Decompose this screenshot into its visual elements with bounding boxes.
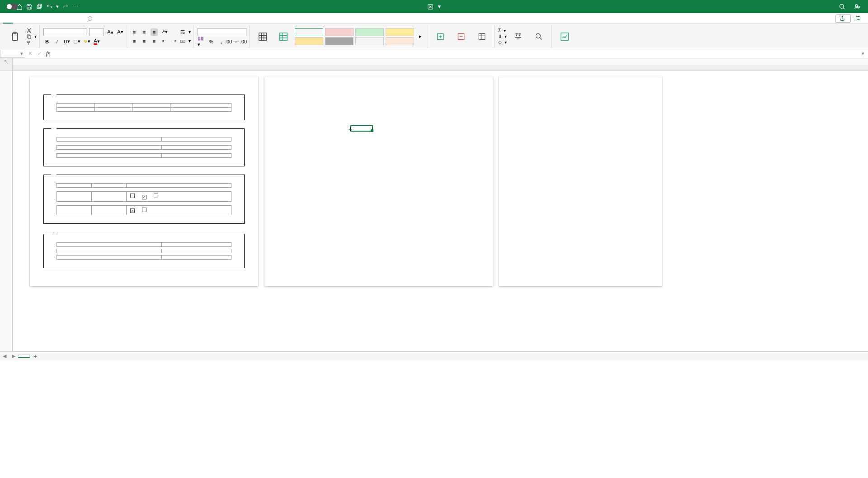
add-data-pane[interactable] (499, 76, 662, 286)
style-check-cell[interactable] (325, 37, 354, 45)
analyse-data-button[interactable] (555, 25, 574, 48)
undo-icon[interactable] (46, 3, 53, 10)
td-burger-extras-0[interactable]: ✓ (127, 192, 231, 202)
percent-icon[interactable]: % (208, 38, 215, 45)
font-color-icon[interactable]: A▾ (93, 38, 100, 45)
accept-formula-icon[interactable]: ✓ (35, 51, 44, 57)
decrease-decimal-icon[interactable]: ←.00 (237, 38, 245, 45)
tab-data[interactable] (52, 13, 62, 24)
format-cells-button[interactable] (472, 25, 491, 48)
share-button[interactable] (835, 14, 851, 23)
styles-expand-icon[interactable]: ▸ (417, 33, 424, 40)
tab-draw[interactable] (23, 13, 33, 24)
undo-dropdown-icon[interactable]: ▾ (56, 3, 59, 10)
add-sheet-button[interactable]: + (30, 353, 41, 360)
decrease-indent-icon[interactable]: ⇤ (160, 38, 168, 45)
formula-expand-icon[interactable]: ▾ (858, 51, 868, 57)
style-neutral[interactable] (386, 28, 414, 36)
fill-color-icon[interactable]: ▾ (83, 38, 90, 45)
comments-button[interactable] (855, 16, 863, 21)
selected-cell[interactable]: ✛ (350, 125, 373, 132)
underline-icon[interactable]: U ▾ (63, 38, 71, 45)
tab-insert[interactable] (13, 13, 23, 24)
increase-font-icon[interactable]: A▴ (107, 28, 114, 36)
cut-button[interactable] (26, 27, 37, 33)
cancel-formula-icon[interactable]: ✕ (25, 51, 35, 57)
find-select-button[interactable] (529, 25, 548, 48)
td-customers[interactable] (94, 108, 132, 112)
align-left-icon[interactable]: ≡ (131, 38, 138, 45)
fill-button[interactable]: ⬇ ▾ (498, 33, 507, 39)
search-icon[interactable] (838, 3, 845, 10)
td-app-type-0[interactable] (57, 146, 162, 150)
td-desert-type-1[interactable] (57, 256, 162, 260)
title-dropdown-icon[interactable]: ▾ (438, 4, 441, 9)
save-icon[interactable] (26, 3, 33, 10)
td-burger-type-1[interactable] (57, 205, 92, 215)
align-right-icon[interactable]: ≡ (151, 38, 158, 45)
style-bad[interactable] (325, 28, 354, 36)
sort-filter-button[interactable] (509, 25, 528, 48)
wrap-text-button[interactable]: ▾ (179, 28, 191, 36)
td-desert-qty-1[interactable] (161, 256, 231, 260)
merge-centre-button[interactable]: ▾ (179, 38, 191, 45)
font-name-select[interactable] (43, 28, 86, 36)
sheet-prev-icon[interactable]: ◀ (0, 353, 9, 359)
align-top-icon[interactable]: ≡ (131, 28, 138, 36)
format-as-table-button[interactable] (274, 25, 293, 48)
align-middle-icon[interactable]: ≡ (141, 28, 148, 36)
increase-indent-icon[interactable]: ⇥ (170, 38, 178, 45)
tab-page-layout[interactable] (33, 13, 42, 24)
copy-button[interactable]: ▾ (26, 33, 37, 40)
font-size-select[interactable] (89, 28, 104, 36)
style-explanatory[interactable] (355, 37, 384, 45)
border-icon[interactable]: ▾ (73, 38, 80, 45)
redo-icon[interactable] (62, 3, 69, 10)
td-burger-type-0[interactable] (57, 192, 92, 202)
td-burger-extras-1[interactable]: ✓ (127, 205, 231, 215)
number-format-select[interactable] (198, 28, 246, 36)
style-good[interactable] (355, 28, 384, 36)
conditional-formatting-button[interactable] (253, 25, 272, 48)
td-burger-qty-1[interactable] (92, 205, 127, 215)
sheet-next-icon[interactable]: ▶ (9, 353, 18, 359)
td-desert-qty-0[interactable] (161, 249, 231, 253)
td-app-qty-1[interactable] (161, 154, 231, 158)
tell-me[interactable] (82, 13, 99, 24)
style-normal[interactable] (295, 28, 323, 36)
decrease-font-icon[interactable]: A▾ (117, 28, 124, 36)
delete-cells-button[interactable] (452, 25, 471, 48)
comma-icon[interactable]: , (217, 38, 225, 45)
td-table-num[interactable] (57, 108, 95, 112)
increase-decimal-icon[interactable]: .00→ (227, 38, 235, 45)
name-box[interactable]: ▾ (0, 50, 25, 58)
formula-input[interactable] (52, 50, 858, 58)
td-burger-qty-0[interactable] (92, 192, 127, 202)
td-app-type-1[interactable] (57, 154, 162, 158)
bold-icon[interactable]: B (43, 38, 51, 45)
multi-window-icon[interactable] (36, 3, 43, 10)
td-allergies[interactable] (132, 108, 170, 112)
fx-icon[interactable]: fx (44, 50, 52, 57)
align-bottom-icon[interactable]: ≡ (151, 28, 158, 36)
select-all-corner[interactable] (0, 65, 13, 71)
currency-icon[interactable]: 💷▾ (198, 38, 205, 45)
account-icon[interactable] (854, 3, 861, 10)
autosum-button[interactable]: Σ ▾ (498, 28, 507, 33)
format-painter-button[interactable] (26, 40, 37, 46)
tab-formulas[interactable] (42, 13, 52, 24)
style-calculation[interactable] (295, 37, 323, 45)
tab-review[interactable] (62, 13, 72, 24)
paste-button[interactable] (5, 25, 24, 48)
tab-view[interactable] (72, 13, 82, 24)
insert-cells-button[interactable] (431, 25, 450, 48)
style-input[interactable] (386, 37, 414, 45)
sheet-tab-active[interactable] (18, 355, 30, 358)
orientation-icon[interactable]: ↗▾ (160, 28, 168, 36)
more-icon[interactable]: ⋯ (72, 3, 79, 10)
td-desert-type-0[interactable] (57, 249, 162, 253)
autosave-toggle[interactable] (5, 4, 13, 9)
italic-icon[interactable]: I (53, 38, 61, 45)
td-waiter[interactable] (170, 108, 231, 112)
tab-home[interactable] (3, 13, 13, 24)
